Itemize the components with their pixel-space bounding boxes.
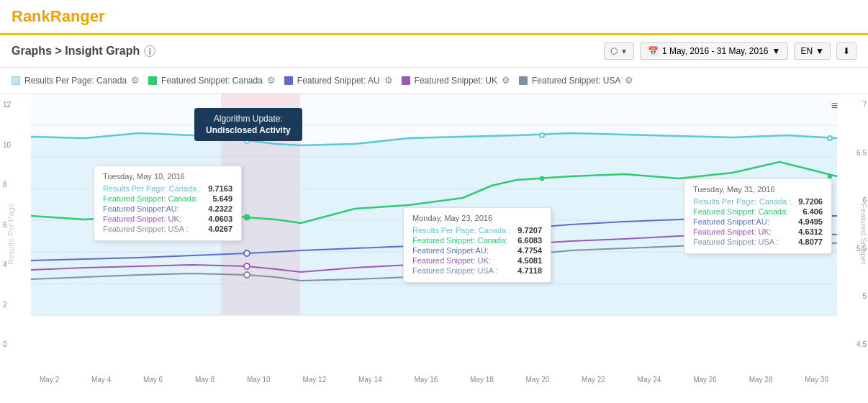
cube-icon: ⬡ (610, 46, 618, 56)
chart-svg (31, 94, 837, 338)
legend-label-featured-usa: Featured Snippet: USA (532, 76, 620, 86)
language-button[interactable]: EN ▼ (794, 42, 831, 60)
date-range-button[interactable]: 📅 1 May, 2016 - 31 May, 2016 ▼ (640, 42, 789, 60)
chart-container: 12 10 8 6 4 2 0 7 6.5 6 5.5 5 4.5 Result… (0, 94, 868, 374)
x-label-may4: May 4 (91, 376, 111, 384)
legend-featured-uk: Featured Snippet: UK ⚙ (402, 75, 510, 86)
date-caret: ▼ (772, 46, 781, 56)
info-icon[interactable]: i (144, 45, 155, 57)
legend-label-results-canada: Results Per Page: Canada (24, 76, 127, 86)
gear-icon-results-canada[interactable]: ⚙ (131, 75, 140, 86)
legend-dot-featured-uk (402, 76, 410, 85)
breadcrumb-bar: Graphs > Insight Graph i ⬡ ▼ 📅 1 May, 20… (0, 35, 868, 68)
gear-icon-featured-canada[interactable]: ⚙ (267, 75, 276, 86)
x-label-may22: May 22 (582, 376, 605, 384)
gear-icon-featured-uk[interactable]: ⚙ (502, 75, 510, 86)
toolbar-right: ⬡ ▼ 📅 1 May, 2016 - 31 May, 2016 ▼ EN ▼ … (604, 42, 856, 60)
x-label-may14: May 14 (358, 376, 382, 384)
header: RankRanger (0, 0, 868, 35)
x-label-may2: May 2 (40, 376, 59, 384)
y-left-8: 8 (3, 181, 11, 189)
y-axis-label-left: Results Per Page (6, 203, 15, 265)
breadcrumb-text: Graphs > Insight Graph (12, 45, 140, 58)
algorithm-update-tooltip: Algorithm Update: Undisclosed Activity (194, 108, 302, 141)
x-label-may30: May 30 (805, 376, 828, 384)
legend-dot-featured-usa (519, 76, 528, 85)
logo: RankRanger (12, 7, 105, 26)
cube-button[interactable]: ⬡ ▼ (604, 42, 634, 60)
x-label-may10: May 10 (247, 376, 271, 384)
svg-point-13 (244, 263, 250, 269)
hamburger-menu[interactable]: ≡ (831, 99, 838, 112)
legend-bar: Results Per Page: Canada ⚙ Featured Snip… (0, 68, 868, 94)
legend-results-canada: Results Per Page: Canada ⚙ (12, 75, 140, 86)
svg-point-17 (828, 136, 832, 140)
svg-point-12 (244, 250, 250, 256)
x-label-may12: May 12 (302, 376, 326, 384)
logo-ranger: Ranger (50, 7, 105, 25)
y-left-10: 10 (3, 141, 11, 149)
download-icon: ⬇ (843, 46, 850, 56)
legend-featured-au: Featured Snippet: AU ⚙ (284, 75, 393, 86)
svg-point-14 (244, 272, 250, 278)
svg-point-11 (244, 214, 250, 220)
svg-point-16 (540, 176, 544, 181)
legend-featured-usa: Featured Snippet: USA ⚙ (519, 75, 633, 86)
y-right-4-5: 4.5 (856, 340, 867, 348)
svg-point-15 (540, 133, 544, 137)
logo-rank: Rank (12, 7, 50, 25)
x-label-may18: May 18 (470, 376, 494, 384)
cube-caret: ▼ (620, 47, 628, 55)
y-right-5: 5 (856, 292, 867, 300)
algo-subtitle: Undisclosed Activity (206, 125, 291, 135)
y-axis-label-right: Featured Snippet (859, 204, 868, 264)
download-button[interactable]: ⬇ (836, 42, 856, 60)
x-label-may8: May 8 (195, 376, 214, 384)
y-right-7: 7 (856, 101, 867, 109)
gear-icon-featured-usa[interactable]: ⚙ (625, 75, 633, 86)
y-left-12: 12 (3, 101, 11, 109)
algo-title: Algorithm Update: (206, 114, 291, 124)
legend-label-featured-uk: Featured Snippet: UK (415, 76, 497, 86)
gear-icon-featured-au[interactable]: ⚙ (384, 75, 393, 86)
svg-point-18 (828, 174, 832, 178)
legend-featured-canada: Featured Snippet: Canada ⚙ (148, 75, 276, 86)
lang-caret: ▼ (815, 46, 824, 56)
x-label-may24: May 24 (638, 376, 661, 384)
date-range-label: 1 May, 2016 - 31 May, 2016 (662, 46, 769, 56)
y-left-2: 2 (3, 301, 11, 309)
x-label-may16: May 16 (414, 376, 438, 384)
legend-dot-featured-au (284, 76, 293, 85)
legend-label-featured-canada: Featured Snippet: Canada (161, 76, 263, 86)
legend-dot-featured-canada (148, 76, 157, 85)
language-label: EN (800, 46, 813, 56)
x-label-may6: May 6 (143, 376, 163, 384)
x-axis: May 2 May 4 May 6 May 8 May 10 May 12 Ma… (0, 374, 868, 386)
breadcrumb: Graphs > Insight Graph i (12, 45, 155, 58)
legend-label-featured-au: Featured Snippet: AU (297, 76, 380, 86)
y-left-0: 0 (3, 340, 11, 348)
legend-dot-results-canada (12, 76, 20, 85)
x-label-may20: May 20 (526, 376, 550, 384)
calendar-icon: 📅 (648, 46, 659, 56)
y-right-6-5: 6.5 (856, 149, 867, 157)
x-label-may26: May 26 (693, 376, 717, 384)
x-label-may28: May 28 (749, 376, 773, 384)
